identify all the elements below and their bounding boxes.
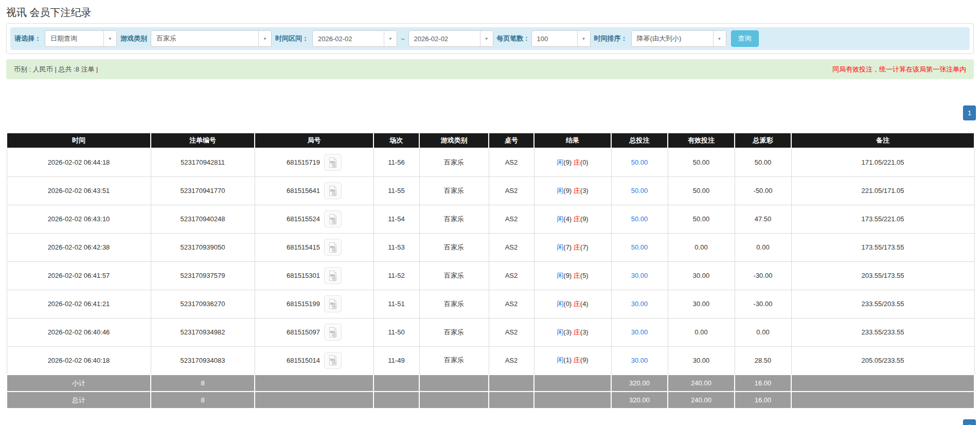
video-replay-button[interactable] xyxy=(324,154,342,171)
player-result: 闲 xyxy=(557,158,563,166)
total-empty-cell xyxy=(373,375,419,392)
payout-cell: -30.00 xyxy=(735,290,791,318)
table-row: 2026-02-02 06:40:46523170934982681515097… xyxy=(7,318,974,346)
video-replay-button[interactable] xyxy=(324,352,342,369)
total-bet-cell: 50.00 xyxy=(611,148,668,176)
time-cell: 2026-02-02 06:41:57 xyxy=(7,261,151,290)
column-header: 有效投注 xyxy=(668,133,735,148)
video-replay-button[interactable] xyxy=(324,210,342,227)
table-row: 2026-02-02 06:41:21523170936270681515199… xyxy=(7,290,974,318)
page-size-select[interactable]: 100 ▼ xyxy=(531,30,591,47)
video-replay-button[interactable] xyxy=(324,267,342,284)
table-body: 2026-02-02 06:44:18523170942811681515719… xyxy=(7,148,974,375)
banker-result: 庄 xyxy=(574,187,580,194)
time-cell: 2026-02-02 06:43:51 xyxy=(7,176,151,205)
pagination-bottom-page-1[interactable]: 1 xyxy=(963,419,976,425)
round-id-value: 681515199 xyxy=(287,300,320,308)
result-cell: 闲(9) 庄(5) xyxy=(534,261,611,290)
round-id-cell: 681515641 xyxy=(255,176,373,205)
valid-bet-cell: 50.00 xyxy=(668,176,735,205)
result-cell: 闲(7) 庄(7) xyxy=(534,233,611,261)
video-file-icon xyxy=(328,157,338,168)
game-type-cell: 百家乐 xyxy=(419,346,489,375)
chevron-down-icon[interactable]: ▼ xyxy=(577,31,590,46)
player-result: 闲 xyxy=(557,300,563,308)
round-id-cell: 681515199 xyxy=(255,290,373,318)
valid-bet-cell: 50.00 xyxy=(668,205,735,233)
video-replay-button[interactable] xyxy=(324,182,342,199)
summary-currency-text: 币别 : 人民币 | 总共 :8 注单 | xyxy=(14,65,98,74)
game-type-cell: 百家乐 xyxy=(419,148,489,176)
game-type-select[interactable]: 百家乐 ▼ xyxy=(151,30,272,47)
query-type-select[interactable]: 日期查询 ▼ xyxy=(45,30,117,47)
chevron-down-icon[interactable]: ▼ xyxy=(384,31,397,46)
chevron-down-icon[interactable]: ▼ xyxy=(103,31,116,46)
round-cell-inner: 681515524 xyxy=(287,210,342,227)
table-no-cell: AS2 xyxy=(489,148,534,176)
result-cell: 闲(9) 庄(3) xyxy=(534,176,611,205)
round-cell-inner: 681515719 xyxy=(287,154,342,171)
valid-bet-cell: 0.00 xyxy=(668,233,735,261)
table-no-cell: AS2 xyxy=(489,290,534,318)
table-row: 2026-02-02 06:44:18523170942811681515719… xyxy=(7,148,974,176)
total-bet-cell: 50.00 xyxy=(611,233,668,261)
game-type-cell: 百家乐 xyxy=(419,205,489,233)
query-type-label: 请选择： xyxy=(14,34,41,43)
total-bet-link[interactable]: 30.00 xyxy=(631,357,648,364)
note-cell: 173.55/221.05 xyxy=(791,205,974,233)
total-bet-link[interactable]: 30.00 xyxy=(631,272,648,279)
total-empty-cell xyxy=(255,392,373,409)
chevron-down-icon[interactable]: ▼ xyxy=(258,31,271,46)
chevron-down-icon[interactable]: ▼ xyxy=(480,31,493,46)
note-cell: 205.05/233.55 xyxy=(791,346,974,375)
total-bet-link[interactable]: 30.00 xyxy=(631,328,648,336)
round-cell-inner: 681515014 xyxy=(287,352,342,369)
pagination-page-1[interactable]: 1 xyxy=(963,105,976,120)
filter-bar: 请选择： 日期查询 ▼ 游戏类别 百家乐 ▼ 时间区间： 2026-02-02 … xyxy=(10,27,970,50)
video-file-icon xyxy=(328,214,338,225)
video-file-icon xyxy=(328,355,338,366)
filter-panel: 请选择： 日期查询 ▼ 游戏类别 百家乐 ▼ 时间区间： 2026-02-02 … xyxy=(6,23,974,54)
total-bet-sum-cell: 320.00 xyxy=(611,375,668,392)
bet-id-cell: 523170942811 xyxy=(151,148,255,176)
total-bet-cell: 50.00 xyxy=(611,205,668,233)
round-id-value: 681515301 xyxy=(287,272,320,279)
total-empty-cell xyxy=(419,392,489,409)
video-replay-button[interactable] xyxy=(324,239,342,256)
valid-bet-cell: 50.00 xyxy=(668,148,735,176)
date-range-separator: ~ xyxy=(401,35,405,43)
valid-bet-cell: 30.00 xyxy=(668,290,735,318)
video-replay-button[interactable] xyxy=(324,295,342,312)
result-cell: 闲(4) 庄(9) xyxy=(534,205,611,233)
total-bet-link[interactable]: 50.00 xyxy=(631,187,648,194)
table-row: 2026-02-02 06:40:18523170934083681515014… xyxy=(7,346,974,375)
video-replay-button[interactable] xyxy=(324,324,342,341)
chevron-down-icon[interactable]: ▼ xyxy=(713,31,726,46)
banker-result: 庄 xyxy=(574,356,580,364)
total-bet-cell: 30.00 xyxy=(611,261,668,290)
total-count-cell: 8 xyxy=(151,392,255,409)
time-sort-select[interactable]: 降幂(由大到小) ▼ xyxy=(631,30,726,47)
date-to-select[interactable]: 2026-02-02 ▼ xyxy=(408,30,493,47)
bet-id-cell: 523170941770 xyxy=(151,176,255,205)
table-row: 2026-02-02 06:41:57523170937579681515301… xyxy=(7,261,974,290)
total-bet-link[interactable]: 30.00 xyxy=(631,300,648,308)
column-header: 总派彩 xyxy=(735,133,791,148)
date-from-value: 2026-02-02 xyxy=(313,31,384,46)
column-header: 结果 xyxy=(534,133,611,148)
table-footer: 小计8320.00240.0016.00总计8320.00240.0016.00 xyxy=(7,375,974,409)
payout-cell: 28.50 xyxy=(735,346,791,375)
total-bet-link[interactable]: 50.00 xyxy=(631,243,648,251)
video-file-icon xyxy=(328,270,338,281)
query-button[interactable]: 查询 xyxy=(731,30,759,47)
total-bet-link[interactable]: 50.00 xyxy=(631,158,648,166)
total-bet-link[interactable]: 50.00 xyxy=(631,215,648,223)
video-file-icon xyxy=(328,298,338,310)
table-no-cell: AS2 xyxy=(489,233,534,261)
total-empty-cell xyxy=(419,375,489,392)
table-no-cell: AS2 xyxy=(489,176,534,205)
column-header: 游戏类别 xyxy=(419,133,489,148)
total-label-cell: 小计 xyxy=(7,375,151,392)
session-cell: 11-54 xyxy=(373,205,419,233)
date-from-select[interactable]: 2026-02-02 ▼ xyxy=(312,30,397,47)
